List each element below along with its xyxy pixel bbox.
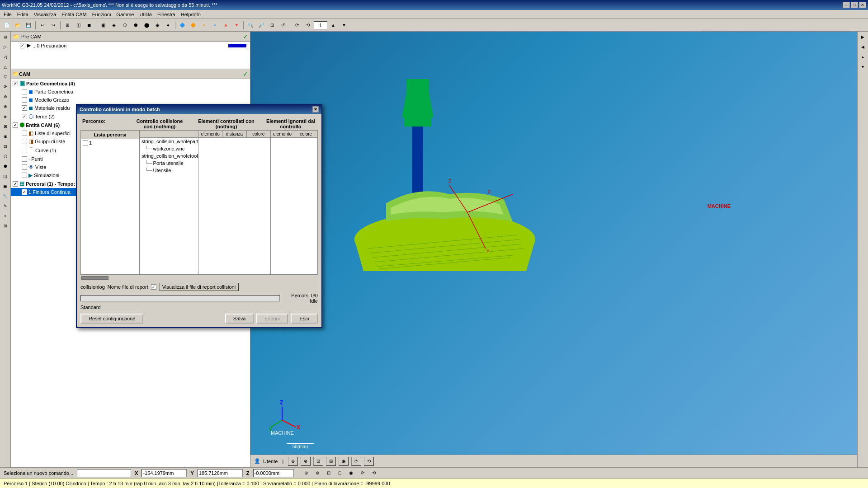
cam-subitem-parte[interactable]: ◼ Parte Geometrica: [11, 88, 250, 96]
col-elementi-content[interactable]: [198, 138, 270, 274]
gruppi-cb[interactable]: [22, 139, 27, 144]
parte-cb[interactable]: [13, 81, 18, 86]
viste-cb[interactable]: [22, 164, 27, 170]
sidebar-icon-15[interactable]: ◫: [1, 172, 10, 181]
sidebar-icon-6[interactable]: ⟳: [1, 82, 10, 91]
status-btn-3[interactable]: ⊡: [324, 468, 334, 478]
menu-finestra[interactable]: Finestra: [155, 11, 178, 18]
vp-btn-6[interactable]: ⟳: [351, 457, 361, 466]
status-btn-7[interactable]: ⟲: [369, 468, 379, 478]
salva-btn[interactable]: Salva: [225, 314, 254, 324]
tb-view7[interactable]: ●: [163, 20, 173, 30]
sidebar-icon-18[interactable]: ✎: [1, 202, 10, 211]
col-ignorati-content[interactable]: [271, 138, 317, 274]
dialog-title-bar[interactable]: Controllo collisioni in modo batch ✕: [77, 105, 321, 114]
dialog-hscroll[interactable]: [80, 275, 318, 280]
vp-btn-3[interactable]: ⊡: [313, 457, 323, 466]
pre-cam-header[interactable]: 📁 Pre CAM ✓: [11, 32, 250, 42]
right-icon-1[interactable]: ▶: [859, 33, 868, 42]
tb-rotate[interactable]: ↺: [278, 20, 288, 30]
menu-edita[interactable]: Edita: [14, 11, 31, 18]
tb-cam1[interactable]: 🔷: [177, 20, 187, 30]
sidebar-icon-4[interactable]: △: [1, 62, 10, 71]
esegui-btn[interactable]: Esegui: [256, 314, 288, 324]
close-button[interactable]: ✕: [859, 2, 866, 8]
sidebar-icon-3[interactable]: ◁: [1, 52, 10, 61]
sidebar-icon-19[interactable]: ⌖: [1, 211, 10, 221]
status-btn-2[interactable]: ⊗: [312, 468, 322, 478]
sim-cb[interactable]: [22, 173, 27, 178]
tb-cam6[interactable]: 🔻: [231, 20, 241, 30]
tb-extra2[interactable]: ⟲: [303, 20, 313, 30]
percorso-cb-1[interactable]: [83, 140, 88, 145]
prep-checkbox[interactable]: [20, 43, 25, 48]
tb-wireframe[interactable]: ◫: [73, 20, 83, 30]
tb-cam4[interactable]: 🔹: [210, 20, 220, 30]
cam-subitem-modello[interactable]: ◼ Modello Grezzo: [11, 96, 250, 104]
tb-view4[interactable]: ⬢: [131, 20, 141, 30]
right-icon-4[interactable]: ▼: [859, 62, 868, 71]
z-field[interactable]: [253, 469, 294, 477]
viz-report-btn[interactable]: Visualizza il file di report collisioni: [159, 283, 239, 291]
tb-cam3[interactable]: 🔸: [199, 20, 209, 30]
tb-cam2[interactable]: 🔶: [188, 20, 198, 30]
sidebar-icon-12[interactable]: ⊡: [1, 142, 10, 151]
dialog-close-btn[interactable]: ✕: [312, 106, 319, 113]
terne-cb[interactable]: [22, 114, 27, 119]
tb-zoom-out[interactable]: 🔎: [256, 20, 266, 30]
finitura-cb[interactable]: [22, 189, 27, 195]
vp-btn-1[interactable]: ⊕: [288, 457, 298, 466]
command-input[interactable]: [77, 469, 131, 477]
tb-cam5[interactable]: 🔺: [221, 20, 231, 30]
tb-shaded[interactable]: ◼: [84, 20, 94, 30]
tb-numfield[interactable]: 1: [314, 21, 327, 29]
status-btn-4[interactable]: ⬡: [335, 468, 345, 478]
menu-visualizza[interactable]: Visualizza: [31, 11, 59, 18]
tb-arr-dn[interactable]: ▼: [339, 20, 349, 30]
maximize-button[interactable]: □: [851, 2, 858, 8]
curve-cb[interactable]: [22, 148, 27, 153]
menu-utilita[interactable]: Utilità: [137, 11, 155, 18]
vp-btn-2[interactable]: ⊗: [301, 457, 311, 466]
sidebar-icon-11[interactable]: ◉: [1, 132, 10, 141]
tb-view5[interactable]: ⬤: [142, 20, 151, 30]
col-percorso-content[interactable]: 1: [81, 139, 139, 274]
tb-grid[interactable]: ⊞: [62, 20, 72, 30]
sidebar-icon-17[interactable]: 🔧: [1, 192, 10, 201]
esci-btn[interactable]: Esci: [291, 314, 318, 324]
vp-btn-5[interactable]: ◉: [339, 457, 349, 466]
sidebar-icon-20[interactable]: ⊞: [1, 221, 10, 230]
tb-zoom-in[interactable]: 🔍: [245, 20, 255, 30]
sidebar-icon-13[interactable]: ⬡: [1, 152, 10, 161]
sidebar-icon-16[interactable]: ▣: [1, 182, 10, 191]
sidebar-icon-5[interactable]: ▽: [1, 72, 10, 81]
sidebar-icon-14[interactable]: ⬢: [1, 162, 10, 171]
sidebar-icon-8[interactable]: ⊗: [1, 102, 10, 111]
menu-file[interactable]: File: [1, 11, 14, 18]
menu-gamme[interactable]: Gamme: [113, 11, 137, 18]
tb-zoom-fit[interactable]: ⊡: [267, 20, 277, 30]
parte-sub-cb[interactable]: [22, 89, 27, 94]
tb-view6[interactable]: ◉: [152, 20, 162, 30]
right-icon-2[interactable]: ◀: [859, 42, 868, 52]
tb-extra1[interactable]: ⟳: [292, 20, 302, 30]
collision-dialog[interactable]: Controllo collisioni in modo batch ✕ Per…: [76, 104, 322, 328]
tb-arr-up[interactable]: ▲: [328, 20, 338, 30]
menu-funzioni[interactable]: Funzioni: [90, 11, 114, 18]
sidebar-icon-10[interactable]: ⊠: [1, 122, 10, 131]
menu-help[interactable]: Help/Info: [178, 11, 203, 18]
report-checkbox[interactable]: [151, 284, 156, 290]
col-controllo-content[interactable]: string_collision_wholepart └─ workzone.w…: [140, 138, 198, 274]
right-icon-3[interactable]: ▲: [859, 52, 868, 61]
tb-save[interactable]: 💾: [24, 20, 33, 30]
y-field[interactable]: [198, 469, 243, 477]
hscroll-thumb[interactable]: [81, 276, 108, 280]
sidebar-icon-9[interactable]: ◈: [1, 112, 10, 121]
tb-open[interactable]: 📂: [13, 20, 23, 30]
viewport[interactable]: X Y Z MACHINE Z X Y MACHINE 50(mm) X:-9.…: [250, 32, 857, 467]
pre-cam-item-preparation[interactable]: ▶ ...0 Preparation: [11, 42, 250, 49]
tb-undo[interactable]: ↩: [38, 20, 47, 30]
percorsi-cb[interactable]: [13, 181, 18, 187]
status-btn-1[interactable]: ⊕: [301, 468, 311, 478]
sidebar-icon-7[interactable]: ⊕: [1, 92, 10, 101]
